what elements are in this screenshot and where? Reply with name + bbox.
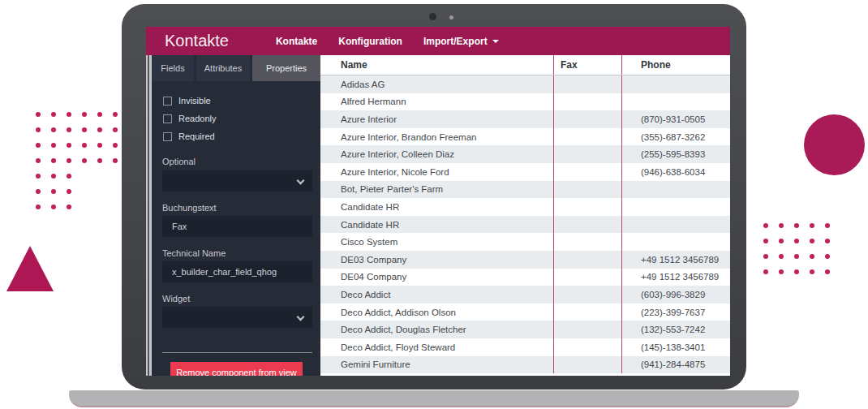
- decor-dot: [779, 223, 784, 228]
- decor-dot: [763, 254, 768, 259]
- column-header-phone[interactable]: Phone: [622, 55, 730, 75]
- sidebar-divider: [162, 352, 312, 353]
- menu-item-konfiguration[interactable]: Konfiguration: [338, 36, 402, 47]
- table-row[interactable]: Deco Addict(603)-996-3829: [320, 286, 730, 304]
- required-checkbox[interactable]: [163, 132, 172, 141]
- cell-fax: [553, 128, 622, 146]
- cell-name: Azure Interior, Brandon Freeman: [320, 128, 553, 146]
- screen: Kontakte Kontakte Konfiguration Import/E…: [146, 27, 730, 376]
- table-row[interactable]: Adidas AG: [320, 75, 730, 93]
- decor-dot: [67, 204, 71, 209]
- table-row[interactable]: Azure Interior(870)-931-0505: [320, 110, 730, 128]
- cell-fax: [553, 198, 622, 216]
- decor-dot: [67, 174, 71, 179]
- table-row[interactable]: Bot, Pieter Parter's Farm: [320, 181, 730, 199]
- column-header-fax[interactable]: Fax: [553, 55, 622, 75]
- decor-dot: [825, 223, 830, 228]
- menu-item-import-export[interactable]: Import/Export: [423, 36, 499, 47]
- cell-phone: (870)-931-0505: [622, 110, 730, 128]
- cell-phone: (355)-687-3262: [622, 128, 730, 146]
- checkbox-row-readonly[interactable]: Readonly: [163, 114, 216, 123]
- tab-attributes[interactable]: Attributes: [196, 55, 250, 81]
- tab-properties[interactable]: Properties: [252, 55, 320, 81]
- invisible-checkbox[interactable]: [163, 97, 172, 105]
- cell-phone: +49 1512 3456789: [622, 251, 730, 269]
- cell-fax: [553, 269, 622, 286]
- widget-label: Widget: [162, 294, 190, 304]
- table-row[interactable]: Deco Addict, Addison Olson(223)-399-7637: [320, 304, 730, 321]
- decor-dot: [67, 143, 71, 148]
- table-row[interactable]: Candidate HR: [320, 198, 730, 216]
- table-row[interactable]: DE03 Company+49 1512 3456789: [320, 251, 730, 269]
- cell-name: DE03 Company: [320, 251, 553, 269]
- technical-name-field[interactable]: [162, 261, 312, 282]
- column-header-name[interactable]: Name: [320, 55, 553, 75]
- cell-phone: [622, 93, 730, 111]
- decor-dot: [794, 223, 799, 228]
- table-row[interactable]: Candidate HR: [320, 216, 730, 234]
- table-row[interactable]: Cisco System: [320, 233, 730, 251]
- decor-dot: [51, 112, 56, 117]
- decor-dot: [810, 269, 814, 274]
- decor-dot: [97, 127, 102, 132]
- decor-dot: [810, 254, 814, 259]
- cell-phone: (132)-553-7242: [622, 321, 730, 338]
- chevron-down-icon: [297, 177, 305, 185]
- decor-dot: [82, 112, 87, 117]
- decor-dot: [113, 112, 118, 117]
- sidebar-scrollbar[interactable]: [146, 55, 152, 376]
- checkbox-row-required[interactable]: Required: [163, 131, 215, 141]
- laptop-base: [69, 390, 799, 407]
- table-row[interactable]: DE04 Company+49 1512 3456789: [320, 269, 730, 286]
- readonly-checkbox[interactable]: [163, 114, 172, 123]
- technical-name-label: Technical Name: [162, 248, 226, 258]
- cell-phone: (145)-138-3401: [622, 338, 730, 356]
- cell-fax: [553, 304, 622, 321]
- table-row[interactable]: Gemini Furniture(941)-284-4875: [320, 356, 730, 374]
- cell-fax: [553, 233, 622, 251]
- cell-fax: [553, 181, 622, 199]
- decor-dot: [779, 239, 784, 243]
- checkbox-row-invisible[interactable]: Invisible: [163, 96, 211, 105]
- scrollbar-thumb[interactable]: [148, 55, 149, 376]
- studio-sidebar: Fields Attributes Properties Invisible R…: [146, 55, 320, 376]
- decor-dot: [51, 174, 56, 179]
- table-body: Adidas AGAlfred HermannAzure Interior(87…: [320, 75, 730, 373]
- decor-dot: [51, 189, 56, 194]
- sidebar-tabs: Fields Attributes Properties: [152, 55, 320, 81]
- decor-dot: [794, 239, 799, 243]
- decor-dot: [113, 158, 118, 163]
- decor-dot: [67, 112, 71, 117]
- table-row[interactable]: Azure Interior, Brandon Freeman(355)-687…: [320, 128, 730, 146]
- cell-name: Deco Addict, Douglas Fletcher: [320, 321, 553, 338]
- cell-phone: [622, 198, 730, 216]
- decor-dot: [67, 158, 71, 163]
- widget-select[interactable]: [162, 307, 312, 328]
- table-row[interactable]: Alfred Hermann: [320, 93, 730, 111]
- optional-select[interactable]: [162, 170, 312, 192]
- decor-dot: [810, 239, 814, 243]
- cell-name: Azure Interior: [320, 110, 553, 128]
- cell-fax: [553, 251, 622, 269]
- remove-component-button[interactable]: Remove component from view: [170, 362, 303, 376]
- table-row[interactable]: Deco Addict, Floyd Steward(145)-138-3401: [320, 338, 730, 356]
- cell-fax: [553, 145, 622, 163]
- triangle-decoration: [6, 246, 54, 291]
- buchungstext-field[interactable]: [162, 216, 312, 237]
- cell-phone: [622, 216, 730, 234]
- table-row[interactable]: Azure Interior, Nicole Ford(946)-638-603…: [320, 163, 730, 181]
- cell-name: Alfred Hermann: [320, 93, 553, 111]
- menu-item-kontakte[interactable]: Kontakte: [276, 36, 317, 47]
- table-row[interactable]: Azure Interior, Colleen Diaz(255)-595-83…: [320, 145, 730, 163]
- cell-name: Candidate HR: [320, 216, 553, 234]
- table-row[interactable]: Deco Addict, Douglas Fletcher(132)-553-7…: [320, 321, 730, 338]
- decor-dot: [82, 127, 87, 132]
- tab-fields[interactable]: Fields: [152, 55, 194, 81]
- decor-dot: [763, 239, 768, 243]
- decor-dot: [825, 269, 830, 274]
- cell-phone: [622, 75, 730, 93]
- cell-name: Adidas AG: [320, 75, 553, 93]
- cell-fax: [553, 286, 622, 304]
- cell-fax: [553, 338, 622, 356]
- decor-dot: [36, 112, 41, 117]
